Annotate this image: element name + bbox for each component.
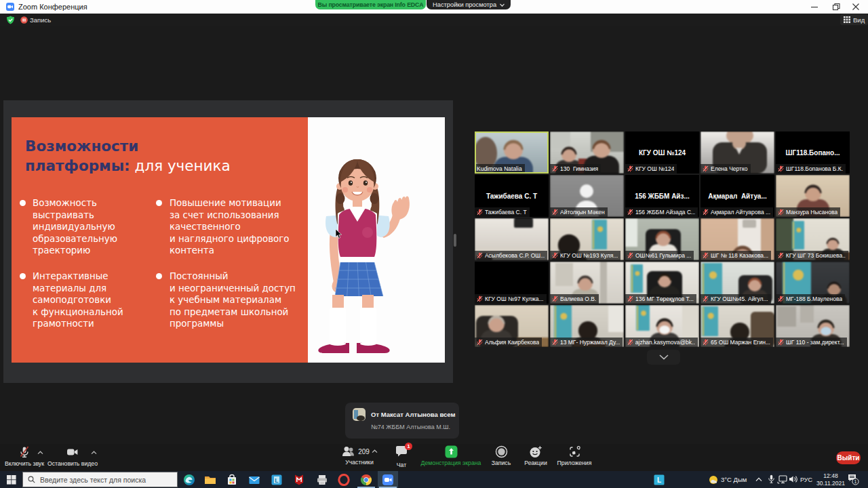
taskbar-clock[interactable]: 12:48 30.11.2021 (815, 472, 846, 487)
network-icon[interactable] (777, 475, 787, 484)
taskbar-mail[interactable] (244, 471, 264, 488)
participants-chevron[interactable] (372, 449, 378, 453)
participant-name-text: КГУ ОШ №124 (635, 165, 674, 172)
video-tile[interactable]: КГУ ОШ №193 Куля... (550, 218, 624, 260)
panel-resize-handle[interactable] (454, 234, 456, 247)
chat-button[interactable]: 1 Чат (387, 445, 416, 468)
muted-mic-icon (778, 339, 784, 346)
participant-name-label: ШГ118.Бопанова Б.К. (776, 164, 846, 174)
video-tile[interactable]: ШГ118.Бопано...ШГ118.Бопанова Б.К. (776, 131, 850, 174)
video-tile[interactable]: 13 МГ- Нуржамал Ду... (550, 305, 624, 347)
slide-bullet-text: Интерактивные материалы для самоподготов… (33, 270, 123, 330)
shield-icon[interactable] (6, 16, 15, 24)
video-tile[interactable]: ОШ№61 Гульмира ... (625, 218, 699, 260)
schoolgirl-illustration (308, 117, 445, 363)
stop-video-button[interactable]: Остановить видео (49, 445, 96, 467)
video-tile[interactable]: Асылбекова С.Р. ОШ... (475, 218, 549, 260)
participant-name-label: ШГ № 118 Казакова... (701, 251, 771, 260)
tray-overflow-chevron[interactable] (755, 477, 762, 482)
video-tile[interactable]: КГУ ОШ№45. Айгул... (701, 262, 774, 304)
participant-name-text: 130 Гимназия (560, 165, 598, 172)
video-tile[interactable]: ШГ № 118 Казакова... (701, 218, 774, 260)
recording-indicator-icon[interactable] (20, 16, 28, 24)
taskbar-app-l[interactable]: L (267, 471, 287, 488)
taskbar-printer[interactable] (312, 471, 332, 488)
video-tile[interactable]: Тажибаева С. ТТажибаева С. Т (475, 175, 549, 217)
svg-text:L: L (657, 476, 661, 484)
taskbar-edge[interactable] (179, 471, 199, 488)
start-button[interactable] (0, 471, 22, 488)
taskbar-app-l2[interactable]: L (649, 471, 669, 488)
video-tile[interactable]: ajzhan.kasymova@bk... (625, 305, 699, 347)
audio-options-chevron[interactable] (37, 451, 43, 455)
taskbar-zoom[interactable] (378, 471, 398, 488)
video-tile[interactable]: Kudimova Natalia (475, 131, 549, 174)
minimize-button[interactable] (810, 2, 819, 12)
taskbar-opera-icon (338, 474, 350, 486)
taskbar-store[interactable] (222, 471, 242, 488)
apps-button[interactable]: Приложения (555, 445, 594, 466)
video-tile[interactable]: Айтолқын Мәкен (550, 175, 624, 217)
close-button[interactable] (851, 2, 861, 12)
participant-name-text: КГУ ШГ 73 Бокишева... (786, 252, 846, 259)
action-center-button[interactable]: 1 (848, 474, 859, 488)
slide-title-line1: Возможности (25, 135, 231, 157)
video-tile[interactable]: Ақмарал Айтуа...Ақмарал Айтуарова ... (701, 175, 774, 217)
gallery-more-button[interactable] (647, 350, 680, 365)
leave-button[interactable]: Выйти (836, 451, 861, 464)
video-options-chevron[interactable] (91, 451, 97, 455)
video-tile[interactable]: Альфия Каирбекова (475, 305, 549, 347)
video-tile[interactable]: ШГ 110 - зам.директ... (776, 305, 850, 347)
view-button[interactable]: Вид (840, 14, 868, 25)
participant-name-text: Елена Чертко (711, 165, 748, 172)
view-settings-dropdown[interactable]: Настройки просмотра (427, 0, 511, 9)
video-tile[interactable]: КГУ ШГ 73 Бокишева... (776, 218, 850, 260)
slide-bullet-text: Повышение мотивации за счет использовани… (170, 197, 290, 257)
share-screen-button[interactable]: Демонстрация экрана (420, 445, 481, 466)
chat-notification[interactable]: От Максат Алтынова всем №74 ЖББМ Алтынов… (345, 403, 459, 439)
language-indicator[interactable]: РУС (800, 476, 812, 483)
muted-mic-icon (477, 339, 483, 346)
video-tile[interactable]: Манзура Нысанова (776, 175, 850, 217)
taskbar-explorer[interactable] (200, 471, 220, 488)
participants-button[interactable]: 209 Участники (339, 445, 380, 466)
video-tile[interactable]: КГУ ОШ №97 Кулжа... (475, 262, 549, 304)
participant-name-label: Валиева О.В. (550, 294, 599, 304)
taskbar-opera[interactable] (334, 471, 354, 488)
muted-mic-icon (778, 165, 784, 172)
weather-label[interactable]: 3°C Дым (721, 476, 747, 483)
muted-mic-icon (703, 252, 709, 259)
participant-name-text: КГУ ОШ№45. Айгул... (711, 296, 768, 302)
video-tile[interactable]: Валиева О.В. (550, 262, 624, 304)
participant-name-text: Тажибаева С. Т (485, 209, 527, 216)
microphone-muted-icon (18, 445, 31, 459)
video-tile[interactable]: 130 Гимназия (550, 131, 624, 174)
volume-icon[interactable] (789, 475, 798, 483)
video-tile[interactable]: 136 МГ Төреқұлов Т... (625, 262, 699, 304)
taskbar-chrome[interactable] (356, 471, 376, 488)
participant-name-text: 13 МГ- Нуржамал Ду... (560, 339, 620, 346)
reactions-button[interactable]: Реакции (518, 445, 553, 466)
video-tile[interactable]: 156 ЖББМ Айз...156 ЖББМ Айзада С... (625, 175, 699, 217)
unmute-button[interactable]: Включить звук (5, 445, 43, 467)
video-tile[interactable]: МГ-188 Б.Мауленова (776, 262, 850, 304)
participant-name-label: Манзура Нысанова (776, 207, 840, 217)
video-tile[interactable]: КГУ ОШ №124КГУ ОШ №124 (625, 131, 699, 174)
video-tile[interactable]: 65 ОШ Маржан Егин... (701, 305, 774, 347)
notification-count: 1 (854, 479, 857, 484)
participant-name-label: Айтолқын Мәкен (550, 207, 608, 217)
apps-label: Приложения (557, 460, 592, 466)
participant-name-text: МГ-188 Б.Мауленова (786, 296, 842, 302)
restore-button[interactable] (831, 2, 841, 12)
camera-icon (65, 445, 80, 459)
taskbar-mcafee[interactable] (289, 471, 309, 488)
taskbar-search[interactable]: Введите здесь текст для поиска (22, 472, 178, 487)
tray-microphone-icon[interactable] (768, 474, 774, 484)
participant-name-label: Асылбекова С.Р. ОШ... (475, 251, 547, 260)
record-button[interactable]: Запись (485, 445, 517, 466)
weather-icon[interactable] (709, 475, 718, 485)
participants-icon (341, 445, 356, 458)
participant-name-label: КГУ ОШ№45. Айгул... (701, 294, 771, 304)
video-tile[interactable]: Елена Чертко (701, 131, 774, 174)
reactions-label: Реакции (524, 460, 547, 466)
